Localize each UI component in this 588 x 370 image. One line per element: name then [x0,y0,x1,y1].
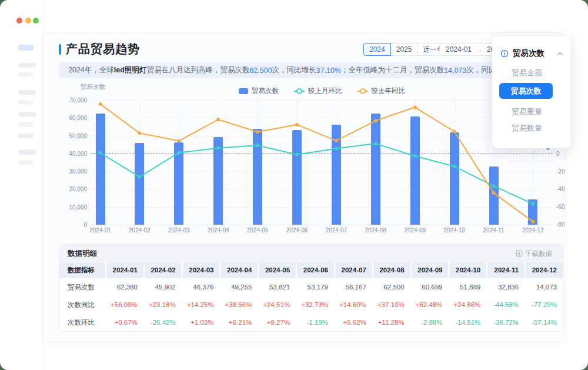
table-cell: -44.58% [486,301,524,308]
table-cell: -14.51% [448,319,486,326]
row-label: 次数环比 [59,318,105,327]
table-header-cell: 2024-12 [526,262,563,278]
table-cell: +32.73% [296,301,334,308]
row-label: 次数同比 [59,301,105,309]
gridline [91,207,553,208]
table-cell: 45,902 [143,284,182,291]
legend-bar-swatch [239,88,248,94]
bar-2024-04[interactable] [213,137,223,225]
metric-option-2[interactable]: 贸易次数 [499,83,553,99]
sidebar-skeleton-item [18,112,36,116]
table-header-cell: 2024-08 [373,262,410,278]
range-arrow-icon: → [476,44,483,55]
table-cell: +37.10% [372,301,410,308]
right-axis-tick: -80 [556,221,564,228]
legend-item-贸易次数[interactable]: 贸易次数 [239,86,279,95]
row-label: 贸易次数 [59,283,105,292]
table-cell: +11.28% [372,319,410,326]
metric-dropdown-panel: 贸易次数 贸易金额贸易次数贸易重量贸易数量 [492,36,570,148]
table-header-cell: 2024-05 [259,262,296,278]
download-icon [516,250,523,257]
window-close-button[interactable] [16,18,22,24]
right-axis-tick: -60 [556,204,564,210]
sidebar-skeleton-item [18,161,33,165]
table-cell: 32,836 [486,284,524,291]
legend-line-swatch [294,88,305,94]
range-start: 2024-01 [446,44,472,55]
sidebar-skeleton-item [18,45,34,51]
table-header-cell: 2024-10 [449,262,486,278]
x-axis-tick: 2024-05 [241,227,274,234]
bar-2024-01[interactable] [96,114,105,225]
x-axis-tick: 2024-06 [280,227,313,234]
table-header-cell: 数据指标 [59,262,105,278]
table-title-bar: 数据明细 下载数据 [59,245,563,262]
sidebar-skeleton-item [18,122,33,127]
gridline [91,136,553,136]
bar-2024-09[interactable] [410,116,420,225]
x-axis-tick: 2024-12 [516,227,549,234]
summary-segment: 62,500 [249,66,272,75]
sidebar-skeleton-item [18,72,33,77]
table-header-cell: 2024-11 [487,262,524,278]
bar-2024-11[interactable] [489,166,499,225]
gridline [91,225,553,225]
bar-2024-08[interactable] [371,114,380,225]
summary-segment: led照明灯 [114,65,147,75]
baseline-markline [91,154,553,154]
table-cell: +24.86% [448,301,486,308]
year-filter-2024[interactable]: 2024 [363,43,391,56]
legend-item-较去年同比[interactable]: 较去年同比 [358,86,406,95]
app-window: 产品贸易趋势 20242025近一年 2024-01 → 2024-12 202… [0,0,588,370]
legend-item-较上月环比[interactable]: 较上月环比 [294,86,342,95]
table-title: 数据明细 [68,249,97,259]
bar-2024-07[interactable] [332,125,341,225]
table-cell: 49,255 [219,284,258,291]
selected-metric-label: 贸易次数 [513,48,544,59]
table-header-row: 数据指标2024-012024-022024-032024-042024-052… [59,262,563,278]
table-cell: -26.42% [143,319,182,326]
table-cell: +0.67% [105,319,143,326]
table-cell: -77.29% [524,301,563,308]
window-maximize-button[interactable] [33,18,39,24]
table-header-cell: 2024-01 [106,262,143,278]
left-axis-tick: 30,000 [52,168,87,175]
left-axis-tick: 20,000 [52,186,87,192]
table-cell: 53,821 [258,284,296,291]
table-header-cell: 2024-09 [412,262,449,278]
x-axis-tick: 2024-04 [202,227,235,234]
bar-2024-12[interactable] [528,199,537,225]
legend-label: 较去年同比 [372,86,406,95]
bar-2024-03[interactable] [174,142,183,225]
bar-2024-02[interactable] [135,143,144,225]
summary-banner: 2024年，全球led照明灯贸易在八月达到高峰，贸易次数62,500次，同比增长… [59,62,563,78]
table-row: 贸易次数62,38045,90246,37649,25553,82153,179… [59,278,563,296]
year-filter-group: 20242025近一年 [363,43,450,56]
left-axis-tick: 70,000 [52,97,87,104]
gridline [91,100,553,101]
x-axis-tick: 2024-10 [438,227,471,234]
metric-option-1[interactable]: 贸易金额 [512,68,542,78]
table-cell: 51,889 [448,284,486,291]
table-cell: 53,179 [296,284,334,291]
right-axis-tick: 0 [556,151,560,157]
bar-2024-05[interactable] [253,129,262,225]
download-data-button[interactable]: 下载数据 [512,249,556,259]
summary-segment: 2024年，全球 [68,65,114,75]
table-body: 贸易次数62,38045,90246,37649,25553,82153,179… [59,278,563,331]
bar-2024-10[interactable] [450,132,459,225]
metric-dropdown-trigger[interactable]: 贸易次数 [500,48,563,59]
left-axis-tick: 60,000 [52,115,87,121]
summary-segment: 次，同比增长 [272,65,316,75]
legend-label: 贸易次数 [252,86,279,95]
table-cell: +14.25% [182,301,220,308]
left-axis-tick: 0 [52,222,87,228]
metric-option-4[interactable]: 贸易数量 [512,123,542,134]
table-cell: +9.27% [258,319,296,326]
table-header-cell: 2024-07 [335,262,372,278]
summary-segment: 贸易在八月达到高峰，贸易次数 [146,65,249,75]
year-filter-2025[interactable]: 2025 [390,43,418,56]
window-minimize-button[interactable] [25,18,31,24]
metric-option-3[interactable]: 贸易重量 [512,106,542,117]
bar-2024-06[interactable] [292,130,302,225]
